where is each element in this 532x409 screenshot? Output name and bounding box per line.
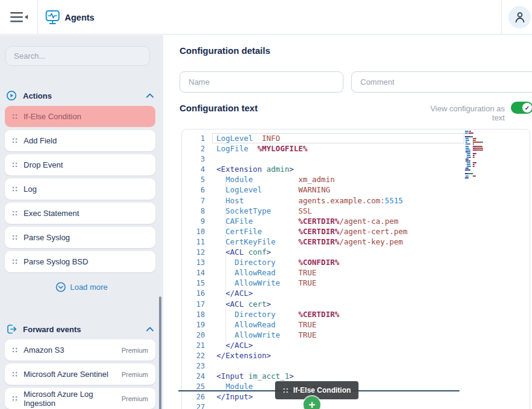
line-number: 4 [182, 165, 205, 175]
sidebar-item-if-else-condition[interactable]: If-Else Condition [5, 106, 155, 127]
drag-handle-icon [12, 259, 18, 264]
editor-minimap[interactable] [465, 131, 484, 181]
sidebar-item-add-field[interactable]: Add Field [5, 130, 155, 151]
toggle-check-icon: ✓ [522, 103, 532, 113]
user-icon [514, 11, 525, 23]
indent-guide [225, 206, 226, 216]
line-number: 3 [182, 154, 205, 165]
page-title: Agents [65, 13, 94, 22]
line-number: 10 [182, 227, 205, 237]
collapse-menu-icon[interactable] [10, 11, 28, 23]
indent-guide [225, 309, 226, 319]
line-number: 6 [182, 185, 205, 195]
search-input[interactable] [5, 46, 150, 66]
code-line[interactable]: 19 AllowRead TRUE [182, 319, 530, 330]
load-more-button[interactable]: Load more [0, 281, 163, 293]
header-divider-right [501, 0, 502, 34]
indent-guide [225, 226, 226, 237]
forward-events-icon [6, 324, 17, 335]
drop-add-icon: + [303, 396, 320, 409]
line-number: 19 [182, 320, 205, 330]
sidebar-item-drop-event[interactable]: Drop Event [5, 154, 155, 175]
code-line[interactable]: 21 </ACL> [182, 340, 530, 350]
view-as-text-toggle[interactable]: ✓ [511, 102, 532, 114]
line-number: 26 [182, 392, 205, 402]
indent-guide [225, 216, 226, 226]
item-label: Log [24, 185, 37, 194]
premium-badge: Premium [122, 371, 148, 378]
code-line[interactable]: 18 Directory %CERTDIR% [182, 309, 530, 319]
code-line[interactable]: 27 [182, 402, 530, 409]
modules-sidebar: Actions If-Else ConditionAdd FieldDrop E… [0, 35, 163, 409]
indent-guide [225, 319, 226, 330]
sidebar-scrollbar[interactable] [159, 296, 161, 409]
top-header: Agents [0, 0, 532, 34]
drag-handle-icon [12, 235, 18, 240]
indent-guide [225, 185, 226, 195]
configuration-panel: Configuration details Configuration text… [163, 35, 532, 409]
drag-handle-icon [12, 396, 18, 401]
sidebar-item-log[interactable]: Log [5, 178, 155, 200]
indent-guide [225, 237, 226, 247]
actions-section-label: Actions [23, 91, 52, 100]
drag-handle-icon [12, 371, 18, 377]
chevron-up-icon[interactable] [146, 93, 154, 98]
code-line[interactable]: 9 CAFile %CERTDIR%/agent-ca.pem [182, 216, 530, 226]
drag-handle-icon [283, 388, 288, 393]
code-line[interactable]: 8 SocketType SSL [182, 206, 530, 216]
sidebar-item-amazon-s3[interactable]: Amazon S3Premium [5, 339, 155, 361]
line-number: 9 [182, 217, 205, 227]
sidebar-item-parse-syslog[interactable]: Parse Syslog [5, 227, 155, 248]
configuration-details-heading: Configuration details [180, 45, 270, 56]
configuration-code-editor[interactable]: 1LogLevel INFO2LogFile %MYLOGFILE%34<Ext… [181, 129, 530, 409]
sidebar-item-microsoft-azure-sentinel[interactable]: Microsoft Azure SentinelPremium [5, 364, 155, 385]
item-label: Parse Syslog BSD [24, 257, 88, 266]
header-divider [37, 0, 38, 34]
indent-guide [225, 330, 226, 340]
drag-handle-icon [12, 347, 18, 353]
code-line[interactable]: 15 AllowWrite TRUE [182, 278, 530, 288]
code-line[interactable]: 10 CertFile %CERTDIR%/agent-cert.pem [182, 226, 530, 237]
code-line[interactable]: 12 <ACL conf> [182, 247, 530, 257]
name-field[interactable] [180, 71, 343, 93]
forward-events-section-header[interactable]: Forward events [0, 323, 163, 335]
line-number: 1 [182, 134, 205, 144]
view-as-text-label: View configuration as text [417, 104, 505, 122]
drag-handle-icon [12, 211, 18, 216]
code-line[interactable]: 20 AllowWrite TRUE [182, 330, 530, 340]
load-more-label: Load more [70, 283, 108, 292]
sidebar-item-parse-syslog-bsd[interactable]: Parse Syslog BSD [5, 251, 155, 272]
line-number: 15 [182, 278, 205, 289]
code-line[interactable]: 14 AllowRead TRUE [182, 267, 530, 278]
line-number: 21 [182, 341, 205, 351]
item-label: Amazon S3 [24, 345, 64, 355]
chevron-up-icon[interactable] [146, 327, 154, 332]
code-line[interactable]: 24<Input im_acct_1> [182, 371, 530, 381]
code-line[interactable]: 23 [182, 361, 530, 371]
indent-guide [225, 278, 226, 288]
premium-badge: Premium [122, 347, 148, 354]
code-line[interactable]: 17 <ACL cert> [182, 299, 530, 309]
code-line[interactable]: 6 LogLevel WARNING [182, 185, 530, 195]
sidebar-item-microsoft-azure-log-ingestion[interactable]: Microsoft Azure Log IngestionPremium [5, 388, 155, 409]
indent-guide [225, 195, 226, 206]
code-line[interactable]: 22</Extension> [182, 350, 530, 361]
line-number: 23 [182, 361, 205, 371]
comment-field[interactable] [351, 71, 532, 93]
sidebar-item-exec-statement[interactable]: Exec Statement [5, 203, 155, 224]
user-menu-button[interactable] [508, 6, 531, 28]
line-number: 24 [182, 371, 205, 382]
forward-events-section-label: Forward events [23, 325, 81, 334]
line-number: 12 [182, 247, 205, 258]
code-line[interactable]: 11 CertKeyFile %CERTDIR%/agent-key.pem [182, 237, 530, 247]
drag-handle-icon [12, 162, 18, 168]
code-line[interactable]: 16 </ACL> [182, 288, 530, 298]
indent-guide [225, 288, 226, 298]
drag-handle-icon [12, 186, 18, 192]
indent-guide [225, 174, 226, 185]
indent-guide [225, 267, 226, 278]
code-line[interactable]: 7 Host agents.example.com:5515 [182, 195, 530, 206]
item-label: Microsoft Azure Sentinel [24, 370, 108, 379]
code-line[interactable]: 13 Directory %CONFDIR% [182, 257, 530, 267]
actions-section-header[interactable]: Actions [0, 90, 163, 102]
